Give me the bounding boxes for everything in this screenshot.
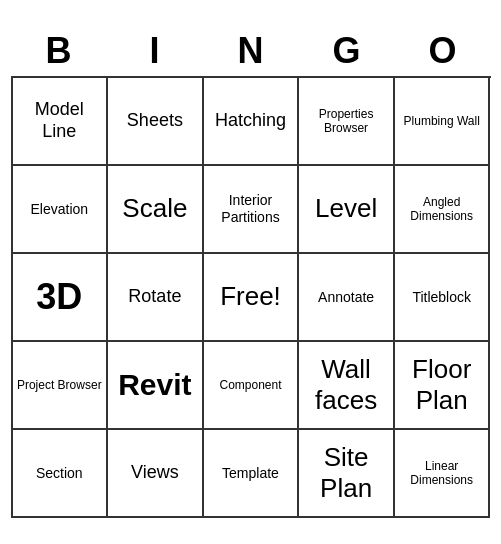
cell-label: Annotate <box>318 289 374 306</box>
cell-label: Model Line <box>17 99 103 142</box>
bingo-cell: Revit <box>108 342 204 430</box>
bingo-cell: Titleblock <box>395 254 491 342</box>
cell-label: Properties Browser <box>303 107 389 136</box>
cell-label: Revit <box>118 367 191 403</box>
cell-label: Template <box>222 465 279 482</box>
cell-label: Interior Partitions <box>208 192 294 226</box>
cell-label: Titleblock <box>412 289 471 306</box>
bingo-cell: Properties Browser <box>299 78 395 166</box>
header-letter: G <box>299 26 395 76</box>
bingo-cell: Template <box>204 430 300 518</box>
cell-label: Site Plan <box>303 442 389 504</box>
cell-label: Linear Dimensions <box>399 459 485 488</box>
header-letter: O <box>395 26 491 76</box>
bingo-cell: Sheets <box>108 78 204 166</box>
bingo-cell: Component <box>204 342 300 430</box>
cell-label: Floor Plan <box>399 354 485 416</box>
bingo-cell: 3D <box>13 254 109 342</box>
bingo-cell: Project Browser <box>13 342 109 430</box>
bingo-cell: Level <box>299 166 395 254</box>
cell-label: Views <box>131 462 179 484</box>
bingo-cell: Scale <box>108 166 204 254</box>
cell-label: Free! <box>220 281 281 312</box>
cell-label: Plumbing Wall <box>404 114 480 128</box>
bingo-cell: Elevation <box>13 166 109 254</box>
bingo-cell: Views <box>108 430 204 518</box>
bingo-cell: Floor Plan <box>395 342 491 430</box>
bingo-cell: Plumbing Wall <box>395 78 491 166</box>
cell-label: Level <box>315 193 377 224</box>
cell-label: Project Browser <box>17 378 102 392</box>
header-letter: I <box>107 26 203 76</box>
bingo-cell: Site Plan <box>299 430 395 518</box>
header-letter: B <box>11 26 107 76</box>
bingo-cell: Interior Partitions <box>204 166 300 254</box>
bingo-cell: Wall faces <box>299 342 395 430</box>
cell-label: Section <box>36 465 83 482</box>
cell-label: Angled Dimensions <box>399 195 485 224</box>
cell-label: Scale <box>122 193 187 224</box>
cell-label: Rotate <box>128 286 181 308</box>
bingo-cell: Angled Dimensions <box>395 166 491 254</box>
cell-label: Component <box>219 378 281 392</box>
bingo-cell: Hatching <box>204 78 300 166</box>
bingo-cell: Linear Dimensions <box>395 430 491 518</box>
bingo-cell: Model Line <box>13 78 109 166</box>
bingo-cell: Free! <box>204 254 300 342</box>
bingo-header: BINGO <box>11 26 491 76</box>
bingo-cell: Section <box>13 430 109 518</box>
bingo-grid: Model LineSheetsHatchingProperties Brows… <box>11 76 491 518</box>
cell-label: Wall faces <box>303 354 389 416</box>
bingo-cell: Annotate <box>299 254 395 342</box>
bingo-cell: Rotate <box>108 254 204 342</box>
header-letter: N <box>203 26 299 76</box>
cell-label: Sheets <box>127 110 183 132</box>
cell-label: Hatching <box>215 110 286 132</box>
bingo-card: BINGO Model LineSheetsHatchingProperties… <box>11 26 491 518</box>
cell-label: 3D <box>36 275 82 318</box>
cell-label: Elevation <box>31 201 89 218</box>
